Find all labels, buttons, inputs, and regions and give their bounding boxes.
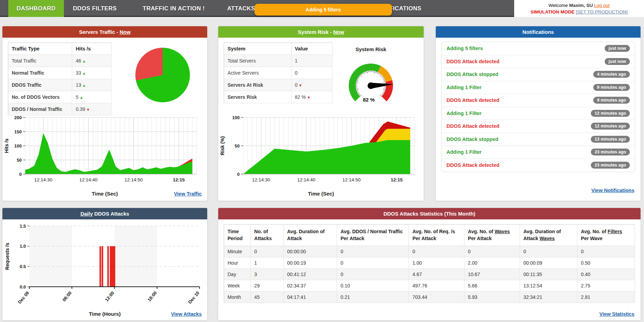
up-arrow-icon: ▲ — [82, 71, 86, 75]
stats-cell: 04:17:41 — [283, 292, 337, 303]
top-navbar: DASHBOARDDDOS FILTERSTRAFFIC IN ACTION !… — [0, 0, 644, 17]
system-value-table: SystemValueTotal Servers1Active Servers0… — [224, 42, 333, 103]
stats-cell: 703.44 — [409, 292, 464, 303]
svg-text:12:14:30: 12:14:30 — [34, 177, 52, 182]
stats-row: Hour100:00:1901.002.0000:00:090.50 — [224, 257, 635, 269]
column-header: Hits /s — [72, 43, 112, 55]
traffic-type-table: Traffic TypeHits /sTotal Traffic46▲Norma… — [8, 42, 112, 115]
row-value: 0.39▼ — [72, 103, 112, 115]
stats-cell: 2.75 — [577, 280, 635, 292]
stats-cell: 5.93 — [464, 292, 520, 303]
svg-text:12:14:50: 12:14:50 — [125, 177, 143, 182]
svg-text:82 %: 82 % — [363, 97, 375, 103]
stats-cell: 0 — [520, 246, 577, 257]
row-value: 0 — [291, 67, 332, 79]
traffic-pie-chart — [135, 48, 190, 102]
stats-cell: Week — [224, 280, 251, 292]
down-arrow-icon: ▼ — [298, 83, 302, 87]
row-value: 46▲ — [72, 55, 112, 67]
mode-line: SIMULATION MODE [SET TO PRODUCTION] — [514, 9, 644, 15]
stats-row: Day300:41:1204.6710.6700:11:350.40 — [224, 269, 635, 280]
svg-text:Dec 10: Dec 10 — [187, 290, 200, 305]
svg-text:12:14:30: 12:14:30 — [252, 177, 270, 182]
row-value: 13▲ — [72, 79, 112, 91]
stats-cell: 32:34:21 — [520, 292, 577, 303]
svg-text:12:00: 12:00 — [104, 290, 115, 302]
stats-cell: 0 — [337, 246, 409, 257]
system-risk-title: System Risk - — [298, 29, 333, 35]
nav-item-dashboard[interactable]: DASHBOARD — [8, 0, 64, 17]
stats-cell: 02:34:37 — [283, 280, 337, 292]
attack-statistics-panel: DDOS Attacks Statistics (This Month) Tim… — [218, 208, 641, 321]
system-risk-now-link[interactable]: Now — [333, 29, 344, 35]
time-badge: 23 minutes ago — [591, 149, 630, 155]
view-attacks-link[interactable]: View Attacks — [171, 311, 202, 317]
stats-cell: 0 — [251, 246, 283, 257]
row-label: Servers At Risk — [224, 79, 291, 91]
notification-text: DDOS Attack stopped — [446, 136, 498, 142]
filter-toast: Adding 5 filters — [254, 4, 392, 16]
stats-column-header: Avg. No. of Req. /s Per Attack — [409, 225, 464, 246]
notification-text: Adding 5 filters — [446, 46, 483, 51]
view-statistics-link[interactable]: View Statistics — [599, 311, 634, 317]
svg-text:12:14:40: 12:14:40 — [79, 177, 98, 182]
svg-text:0: 0 — [237, 172, 240, 177]
stats-cell: 29 — [251, 280, 283, 292]
table-row: Servers Risk82 %▼ — [224, 91, 333, 103]
time-badge: just now — [605, 45, 630, 52]
risk-gauge: 82 % — [336, 55, 405, 116]
risk-xaxis-label: Time (Sec) — [218, 191, 424, 197]
notification-item: Adding 1 Filter12 minutes ago — [442, 107, 635, 120]
stats-cell: 0 — [577, 246, 635, 257]
row-label: No. of DDOS Vectors — [8, 91, 72, 103]
svg-text:12:15: 12:15 — [173, 177, 185, 182]
daily-attacks-title: Daily DDOS Attacks — [2, 208, 207, 219]
stats-cell: 00:00:19 — [283, 257, 337, 269]
notification-item: Adding 5 filtersjust now — [442, 42, 635, 55]
stats-cell: 1.00 — [409, 257, 464, 269]
stats-cell: Hour — [224, 257, 251, 269]
row-label: DDOS Traffic — [8, 79, 72, 91]
svg-text:06:00: 06:00 — [61, 290, 73, 302]
svg-text:50: 50 — [235, 143, 240, 149]
stats-cell: 0.10 — [337, 280, 409, 292]
stats-cell: 5.66 — [464, 280, 520, 292]
up-arrow-icon: ▲ — [82, 83, 86, 87]
stats-cell: 1 — [251, 257, 283, 269]
down-arrow-icon: ▼ — [307, 95, 311, 100]
servers-traffic-now-link[interactable]: Now — [119, 29, 131, 35]
set-to-production-link[interactable]: [SET TO PRODUCTION] — [576, 9, 627, 15]
table-row: Servers At Risk0▼ — [224, 79, 333, 91]
logout-link[interactable]: Log out — [594, 3, 609, 8]
stats-cell: 00:11:35 — [520, 269, 577, 280]
time-badge: 13 minutes ago — [591, 136, 630, 143]
nav-item-traffic-in-action[interactable]: TRAFFIC IN ACTION ! — [143, 0, 205, 17]
view-traffic-link[interactable]: View Traffic — [174, 191, 202, 197]
username: Maxim, — [569, 3, 585, 8]
notifications-header: Notifications — [436, 26, 641, 38]
row-label: Active Servers — [224, 67, 291, 79]
stats-column-header: Avg. Duration of Attack — [283, 225, 337, 246]
stats-cell: 3 — [251, 269, 283, 280]
stats-cell: 00:00:09 — [520, 257, 577, 269]
welcome-text: Welcome — [549, 3, 568, 8]
view-notifications-link[interactable]: View Notifications — [591, 188, 634, 193]
table-row: Active Servers0 — [224, 67, 333, 79]
stats-row: Minute000:00:0000000 — [224, 246, 635, 257]
notification-text: Adding 1 Filter — [446, 149, 482, 155]
stats-column-header: Time Period — [224, 225, 251, 246]
notifications-list: Adding 5 filtersjust nowDDOS Attack dete… — [441, 42, 635, 172]
stats-row: Week2902:34:370.10497.765.6613:12:542.75 — [224, 280, 635, 292]
welcome-line: Welcome Maxim, SU Log out — [514, 2, 644, 9]
notification-text: DDOS Attack detected — [446, 59, 499, 64]
svg-text:50: 50 — [17, 158, 22, 163]
svg-text:Dec 09: Dec 09 — [17, 290, 30, 305]
svg-text:1.0: 1.0 — [20, 244, 26, 249]
nav-item-ddos-filters[interactable]: DDOS FILTERS — [73, 0, 117, 17]
row-value: 0▼ — [291, 79, 332, 91]
row-value: 5▲ — [72, 91, 112, 103]
stats-cell: 13:12:54 — [520, 280, 577, 292]
stats-column-header: Avg. Duration of Attack Waves — [520, 225, 577, 246]
system-risk-header: System Risk - Now — [218, 26, 424, 38]
notifications-title: Notifications — [522, 29, 554, 35]
